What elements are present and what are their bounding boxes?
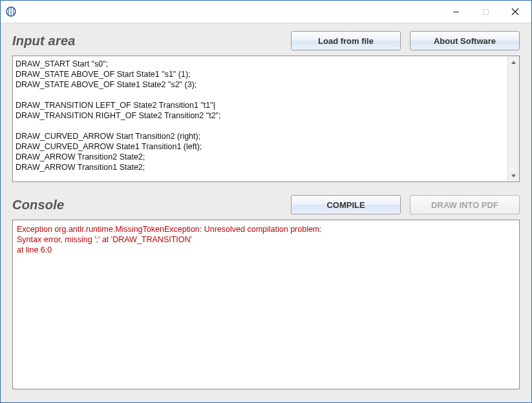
titlebar xyxy=(1,1,531,23)
console-title: Console xyxy=(12,198,64,212)
input-scrollbar[interactable] xyxy=(507,56,519,181)
svg-rect-5 xyxy=(483,9,488,14)
client-area: Input area Load from file About Software… xyxy=(1,23,531,402)
scroll-down-icon[interactable] xyxy=(508,170,519,181)
draw-into-pdf-button: DRAW INTO PDF xyxy=(410,195,520,214)
svg-marker-8 xyxy=(511,61,516,64)
app-icon xyxy=(6,6,16,17)
input-textarea-wrap: DRAW_START Start "s0"; DRAW_STATE ABOVE_… xyxy=(12,56,520,182)
input-header-buttons: Load from file About Software xyxy=(291,31,520,50)
about-software-button[interactable]: About Software xyxy=(410,31,520,50)
app-window: Input area Load from file About Software… xyxy=(0,0,532,403)
compile-button[interactable]: COMPILE xyxy=(291,195,401,214)
svg-marker-9 xyxy=(511,174,516,178)
input-header: Input area Load from file About Software xyxy=(12,31,520,50)
console-output: Exception org.antlr.runtime.MissingToken… xyxy=(12,220,520,389)
console-header-buttons: COMPILE DRAW INTO PDF xyxy=(291,195,520,214)
minimize-button[interactable] xyxy=(441,2,471,21)
window-controls xyxy=(441,2,530,21)
scroll-up-icon[interactable] xyxy=(508,56,519,68)
load-from-file-button[interactable]: Load from file xyxy=(291,31,401,50)
input-title: Input area xyxy=(12,34,76,48)
input-textarea[interactable]: DRAW_START Start "s0"; DRAW_STATE ABOVE_… xyxy=(13,56,507,181)
scroll-track[interactable] xyxy=(508,68,519,170)
maximize-button[interactable] xyxy=(471,2,500,21)
console-header: Console COMPILE DRAW INTO PDF xyxy=(12,195,520,214)
close-button[interactable] xyxy=(500,2,530,21)
